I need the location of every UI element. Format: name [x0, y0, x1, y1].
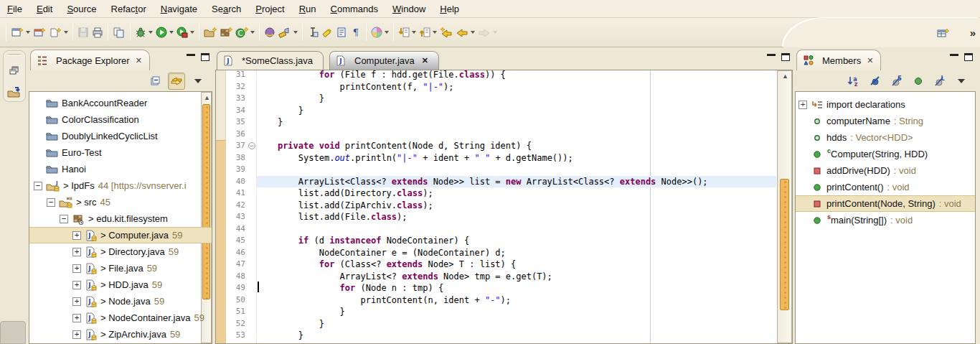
expand-toggle-icon[interactable]: + [798, 101, 807, 109]
members-tab[interactable]: Members ✕ [796, 50, 881, 70]
last-edit-location-button[interactable] [438, 22, 454, 43]
filter-public-button[interactable] [910, 73, 927, 90]
palette-button[interactable] [369, 22, 390, 43]
code-text-area[interactable]: for (File f : hdd.get(File.class)) { pri… [257, 70, 776, 343]
minimize-view-button[interactable] [187, 54, 195, 61]
debug-button[interactable] [133, 22, 154, 43]
code-line[interactable]: } [257, 116, 776, 129]
expand-toggle-icon[interactable]: + [72, 297, 81, 306]
code-line[interactable]: } [257, 330, 776, 342]
dropdown-arrow-icon[interactable] [26, 31, 30, 34]
code-line[interactable]: list.add(Directory.class); [257, 187, 776, 200]
code-editor[interactable]: 3132333435363738394041424344454647484950… [215, 70, 793, 344]
close-icon[interactable]: ✕ [422, 56, 428, 65]
dropdown-arrow-icon[interactable] [149, 31, 153, 34]
tree-item[interactable]: DoublyLinkedCyclicList [29, 128, 212, 144]
minimize-view-button[interactable] [950, 54, 958, 61]
tree-item[interactable]: BankAccountReader [29, 95, 212, 111]
code-line[interactable]: for (Node n : tmp) { [257, 282, 776, 294]
new-wizard-button[interactable] [47, 22, 70, 43]
tree-item[interactable]: −> src45 [29, 194, 212, 210]
code-line[interactable]: ArrayList<? extends Node> tmp = e.get(T)… [257, 271, 776, 283]
editor-tab-someclassjava[interactable]: J*SomeClass.java [217, 51, 324, 70]
editor-tab-computerjava[interactable]: JComputer.java✕ [329, 51, 439, 70]
minimize-editor-button[interactable] [767, 54, 776, 61]
code-line[interactable] [257, 129, 776, 141]
new-java-project-button[interactable] [32, 22, 47, 43]
member-item[interactable]: hdds : Vector<HDD> [796, 129, 975, 146]
code-line[interactable]: list.add(File.class); [257, 211, 776, 223]
menu-commands[interactable]: Commands [324, 1, 385, 17]
tree-item[interactable]: +J> File.java59 [29, 260, 212, 276]
code-line[interactable] [257, 164, 776, 176]
tree-item[interactable]: +J> HDD.java59 [29, 276, 212, 293]
code-line[interactable]: printContent(n, ident + "-"); [257, 294, 776, 307]
tree-item[interactable]: −> edu.kit.filesystem [29, 210, 212, 227]
code-line[interactable]: NodeContainer e = (NodeContainer) d; [257, 247, 776, 259]
expand-toggle-icon[interactable]: + [72, 330, 81, 339]
maximize-view-button[interactable] [964, 53, 973, 61]
menu-file[interactable]: File [0, 1, 29, 17]
run-button[interactable] [154, 22, 175, 43]
tree-item[interactable]: Euro-Test [29, 144, 212, 161]
code-line[interactable]: } [257, 318, 776, 330]
print-button[interactable] [90, 22, 105, 43]
expand-toggle-icon[interactable]: + [72, 281, 81, 289]
folding-ruler[interactable]: − [248, 70, 257, 343]
code-line[interactable]: if (d instanceof NodeContainer) { [257, 235, 776, 247]
highlight-button[interactable] [320, 22, 334, 43]
menu-navigate[interactable]: Navigate [154, 1, 204, 17]
show-selected-element-button[interactable] [334, 22, 349, 43]
dropdown-arrow-icon[interactable] [385, 31, 389, 34]
restore-views-button[interactable] [6, 62, 22, 78]
tree-item[interactable]: +J> NodeContainer.java59 [29, 310, 212, 326]
search-button[interactable] [277, 22, 299, 43]
scrollbar-thumb[interactable] [780, 179, 789, 310]
menu-window[interactable]: Window [385, 1, 433, 17]
collapse-all-button[interactable] [146, 73, 164, 90]
new-class-button[interactable]: C [234, 22, 256, 43]
perspective-icon[interactable] [934, 24, 951, 42]
next-annotation-button[interactable] [397, 22, 418, 43]
dropdown-arrow-icon[interactable] [293, 31, 298, 34]
menu-source[interactable]: Source [60, 1, 103, 17]
dropdown-arrow-icon[interactable] [169, 31, 174, 34]
fastview-drag-handle[interactable] [8, 54, 21, 55]
expand-toggle-icon[interactable]: + [72, 231, 81, 240]
menu-help[interactable]: Help [433, 1, 466, 17]
link-with-editor-button[interactable] [168, 73, 185, 90]
menu-run[interactable]: Run [292, 1, 324, 17]
package-explorer-tab[interactable]: Package Explorer ✕ [30, 50, 150, 70]
external-tools-button[interactable] [175, 22, 196, 43]
code-line[interactable]: } [257, 105, 776, 117]
sort-button[interactable]: az [845, 73, 862, 90]
dropdown-arrow-icon[interactable] [412, 31, 416, 34]
hide-fields-button[interactable] [867, 73, 884, 90]
code-line[interactable]: ArrayList<Class<? extends Node>> list = … [257, 176, 776, 188]
dropdown-arrow-icon[interactable] [433, 31, 437, 34]
collapse-toggle-icon[interactable]: − [60, 215, 68, 223]
new-package-button[interactable] [218, 22, 234, 43]
previous-annotation-button[interactable] [418, 22, 438, 43]
menu-refactor[interactable]: Refactor [104, 1, 154, 17]
dropdown-arrow-icon[interactable] [493, 31, 497, 34]
code-line[interactable]: for (File f : hdd.get(File.class)) { [257, 70, 776, 81]
tree-item[interactable]: +J> Computer.java59 [29, 227, 212, 243]
expand-toggle-icon[interactable]: + [72, 314, 81, 322]
hide-static-button[interactable]: S [888, 73, 905, 90]
show-whitespace-button[interactable]: ¶ [349, 22, 363, 43]
member-item[interactable]: printContent(Node, String) : void [796, 195, 975, 212]
collapse-toggle-icon[interactable]: − [34, 182, 42, 190]
expand-toggle-icon[interactable]: + [72, 264, 81, 273]
dropdown-arrow-icon[interactable] [190, 31, 194, 34]
menu-edit[interactable]: Edit [29, 1, 60, 17]
close-icon[interactable]: ✕ [136, 56, 142, 65]
back-button[interactable] [454, 22, 476, 43]
copy-button[interactable] [111, 22, 127, 43]
member-item[interactable]: +import declarations [796, 96, 975, 113]
code-line[interactable]: for (Class<? extends Node> T : list) { [257, 259, 776, 271]
mark-occurrences-button[interactable] [306, 22, 320, 43]
new-button[interactable] [9, 22, 32, 43]
dropdown-arrow-icon[interactable] [250, 31, 255, 34]
code-line[interactable]: private void printContent(Node d, String… [257, 140, 776, 152]
